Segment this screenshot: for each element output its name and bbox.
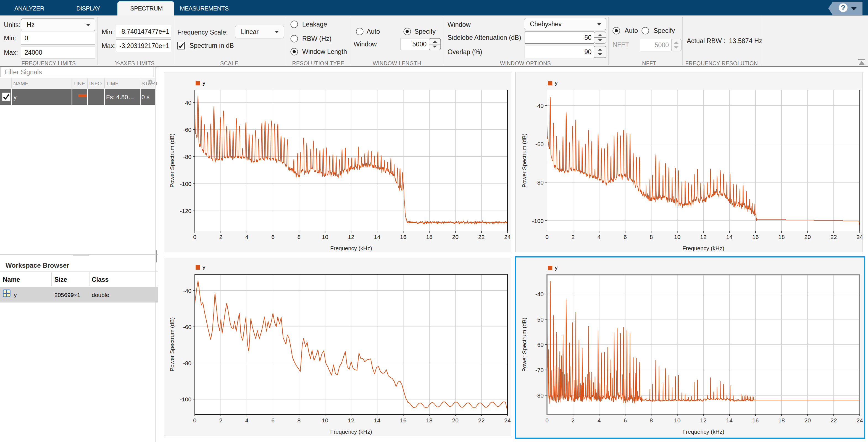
svg-text:10: 10 [674,234,680,240]
svg-text:18: 18 [778,417,784,423]
svg-text:22: 22 [830,417,837,423]
svg-text:14: 14 [726,234,733,240]
svg-text:-60: -60 [183,324,191,330]
svg-text:Power Spectrum (dB): Power Spectrum (dB) [521,133,527,188]
svg-text:Frequency (kHz): Frequency (kHz) [330,245,372,251]
svg-text:24: 24 [504,234,511,240]
svg-text:-80: -80 [183,154,191,160]
svg-text:4: 4 [245,417,249,423]
svg-text:-40: -40 [183,99,191,106]
svg-text:18: 18 [426,234,432,240]
svg-text:10: 10 [674,417,680,423]
svg-text:20: 20 [804,234,811,240]
svg-text:4: 4 [597,417,601,423]
svg-text:24: 24 [504,417,511,423]
svg-text:16: 16 [400,417,406,423]
svg-text:2: 2 [571,417,575,423]
svg-text:Power Spectrum (dB): Power Spectrum (dB) [169,317,175,372]
svg-text:12: 12 [700,234,706,240]
svg-text:0: 0 [193,417,196,423]
svg-text:-100: -100 [532,218,544,224]
svg-text:6: 6 [623,234,627,240]
svg-text:-40: -40 [535,291,544,297]
svg-text:y: y [555,264,558,271]
svg-text:y: y [555,80,558,86]
svg-text:12: 12 [348,417,354,423]
svg-text:10: 10 [322,234,328,240]
svg-text:-50: -50 [535,316,544,323]
svg-text:16: 16 [752,234,758,240]
svg-text:-120: -120 [180,208,191,214]
svg-text:Frequency (kHz): Frequency (kHz) [682,429,724,435]
svg-text:16: 16 [752,417,758,423]
svg-text:4: 4 [245,234,249,240]
svg-text:y: y [203,264,206,270]
svg-text:4: 4 [597,234,601,240]
svg-text:-60: -60 [535,141,544,147]
svg-text:-40: -40 [535,102,544,109]
svg-text:10: 10 [322,417,328,423]
svg-text:?: ? [841,4,845,12]
svg-text:20: 20 [804,417,811,423]
svg-text:y: y [203,80,206,86]
svg-text:22: 22 [478,417,485,423]
svg-text:8: 8 [297,417,301,423]
svg-text:0: 0 [193,234,196,240]
svg-text:-40: -40 [183,288,191,294]
svg-text:22: 22 [830,234,837,240]
svg-text:0: 0 [545,417,549,423]
svg-text:-100: -100 [180,396,191,403]
svg-text:16: 16 [400,234,406,240]
svg-text:14: 14 [374,234,381,240]
svg-text:20: 20 [452,234,459,240]
svg-text:6: 6 [623,417,627,423]
svg-text:6: 6 [271,417,275,423]
svg-text:6: 6 [271,234,275,240]
svg-text:-80: -80 [535,392,544,399]
svg-text:22: 22 [478,234,485,240]
svg-text:18: 18 [778,234,784,240]
svg-text:2: 2 [571,234,575,240]
svg-text:20: 20 [452,417,459,423]
svg-text:8: 8 [649,234,653,240]
svg-text:Power Spectrum (dB): Power Spectrum (dB) [521,318,527,372]
svg-text:-70: -70 [535,367,544,373]
svg-text:-100: -100 [180,181,191,187]
svg-text:-80: -80 [183,360,191,366]
svg-text:-60: -60 [535,342,544,348]
svg-text:8: 8 [297,234,301,240]
svg-text:24: 24 [857,417,863,423]
svg-text:-60: -60 [183,127,191,133]
svg-text:12: 12 [700,417,706,423]
svg-text:2: 2 [219,234,222,240]
svg-text:Power Spectrum (dB): Power Spectrum (dB) [169,133,175,188]
svg-text:Frequency (kHz): Frequency (kHz) [682,245,724,251]
svg-text:18: 18 [426,417,432,423]
svg-text:2: 2 [219,417,222,423]
svg-text:24: 24 [857,234,863,240]
svg-text:12: 12 [348,234,354,240]
svg-text:-80: -80 [535,179,544,186]
svg-text:14: 14 [726,417,733,423]
svg-text:Frequency (kHz): Frequency (kHz) [330,429,372,435]
svg-text:14: 14 [374,417,381,423]
svg-text:0: 0 [545,234,549,240]
svg-text:8: 8 [649,417,653,423]
